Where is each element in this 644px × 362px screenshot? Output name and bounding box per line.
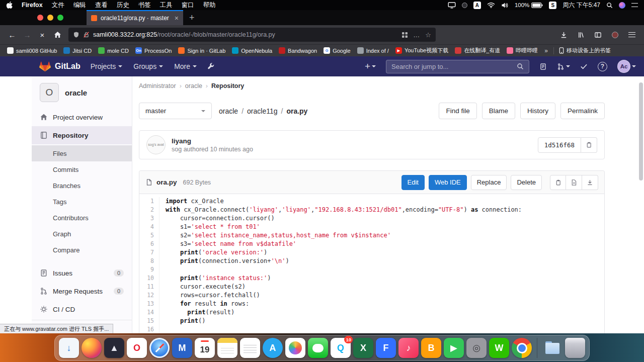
dock-chrome-icon[interactable] [512, 338, 532, 358]
sidebar-subitem-files[interactable]: Files [32, 145, 132, 161]
dock-design-app-icon[interactable]: M [172, 338, 192, 358]
menu-button[interactable] [625, 28, 639, 42]
user-menu[interactable]: Ac [617, 60, 636, 73]
stop-button[interactable]: × [35, 28, 49, 42]
bookmark-opennebula[interactable]: OpenNebula [229, 46, 275, 55]
project-header[interactable]: O oracle [32, 76, 132, 108]
bookmark-index-of[interactable]: Index of / [354, 46, 392, 55]
dock-firefox-icon[interactable] [82, 338, 102, 358]
sidebar-subitem-contributors[interactable]: Contributors [32, 210, 132, 226]
copy-sha-button[interactable] [581, 137, 597, 153]
input-method-icon[interactable]: A [473, 2, 481, 9]
sogou-input-icon[interactable]: S [549, 2, 556, 9]
tracking-shield-icon[interactable] [73, 31, 79, 38]
line-number[interactable]: 2 [139, 206, 159, 214]
menubar-clock[interactable]: 周六 下午5:47 [562, 1, 600, 10]
bookmark-sign-in-gitlab[interactable]: Sign in · GitLab [175, 46, 228, 55]
menubar-menu[interactable]: 书签 [138, 1, 151, 10]
line-number[interactable]: 11 [139, 283, 159, 291]
path-oracle11g[interactable]: oracle11g [247, 107, 277, 115]
web-ide-button[interactable]: Web IDE [429, 175, 467, 190]
dock-trash-icon[interactable] [565, 338, 585, 358]
dock-opera-icon[interactable]: O [127, 338, 147, 358]
gitlab-home-link[interactable]: GitLab [39, 61, 80, 72]
download-file-button[interactable] [582, 175, 598, 190]
extension-icon[interactable] [608, 28, 622, 42]
dock-settings-icon[interactable]: ◎ [466, 338, 487, 358]
new-tab-button[interactable]: + [183, 10, 201, 25]
admin-wrench-icon[interactable] [207, 62, 215, 70]
menubar-menu[interactable]: 历史 [117, 1, 129, 10]
open-raw-button[interactable] [566, 175, 582, 190]
breadcrumb-repository[interactable]: Repository [211, 82, 244, 89]
screen-mirroring-icon[interactable] [448, 2, 456, 9]
bookmark-star-icon[interactable]: ☆ [425, 31, 431, 39]
control-center-icon[interactable] [631, 3, 638, 7]
todos-icon[interactable] [580, 63, 588, 70]
bookmark-youtube[interactable]: ▶YouTube视频下载 [392, 46, 451, 55]
forward-button[interactable]: → [20, 28, 34, 42]
bookmark-bandwagon[interactable]: Bandwagon [276, 46, 320, 55]
commit-sha[interactable]: 1d516f68 [538, 137, 581, 153]
breadcrumb-oracle[interactable]: oracle [185, 82, 202, 89]
line-number[interactable]: 4 [139, 223, 159, 231]
gl-nav-projects[interactable]: Projects [91, 62, 123, 70]
menubar-menu[interactable]: 窗口 [182, 1, 194, 10]
sidebar-subitem-commits[interactable]: Commits [32, 161, 132, 177]
menubar-menu[interactable]: 查看 [95, 1, 108, 10]
history-button[interactable]: History [520, 103, 555, 119]
sidebar-item-project-overview[interactable]: Project overview [32, 108, 132, 126]
merge-requests-icon[interactable] [557, 63, 570, 70]
sidebar-subitem-compare[interactable]: Compare [32, 242, 132, 258]
edit-button[interactable]: Edit [401, 175, 425, 190]
url-bar[interactable]: samli008.3322.org:825/root/oracle/-/blob… [68, 28, 436, 42]
dock-notes-icon[interactable] [217, 338, 237, 358]
dock-app-store-icon[interactable]: A [263, 338, 283, 358]
line-number[interactable]: 7 [139, 248, 159, 257]
branch-selector[interactable]: master [139, 103, 212, 119]
new-menu-button[interactable]: + [365, 61, 376, 72]
status-dot-icon[interactable] [462, 3, 467, 8]
sidebar-toggle-icon[interactable] [591, 28, 605, 42]
dock-books-icon[interactable]: B [421, 338, 441, 358]
path-ora-py[interactable]: ora.py [286, 107, 307, 115]
line-number[interactable]: 10 [139, 274, 159, 283]
issues-dashboard-icon[interactable] [539, 63, 547, 70]
active-app-name[interactable]: Firefox [22, 2, 43, 9]
bookmark-mole-cd[interactable]: mole CD [95, 46, 132, 55]
window-zoom-button[interactable] [57, 15, 63, 21]
line-number[interactable]: 8 [139, 257, 159, 265]
delete-button[interactable]: Delete [511, 175, 542, 190]
sidebar-subitem-branches[interactable]: Branches [32, 177, 132, 194]
line-number[interactable]: 16 [139, 325, 159, 333]
scrollbar-thumb[interactable] [639, 82, 643, 180]
line-number[interactable]: 13 [139, 300, 159, 308]
library-icon[interactable] [574, 28, 588, 42]
sidebar-item-issues[interactable]: Issues0 [32, 264, 132, 282]
bookmark-samli008-github[interactable]: samli008 GitHub [4, 46, 60, 55]
copy-contents-button[interactable] [550, 175, 566, 190]
bookmarks-overflow-button[interactable]: » [541, 47, 551, 54]
line-number[interactable]: 5 [139, 231, 159, 240]
gl-nav-more[interactable]: More [174, 62, 197, 70]
menubar-menu[interactable]: 文件 [52, 1, 64, 10]
mobile-bookmarks-folder[interactable]: 移动设备上的书签 [556, 46, 614, 55]
bookmark-item[interactable]: 哔哩哔哩 [504, 46, 541, 55]
breadcrumb-administrator[interactable]: Administrator [139, 82, 176, 89]
dock-photos-icon[interactable] [285, 338, 305, 358]
dock-textedit-icon[interactable] [240, 338, 260, 358]
wifi-icon[interactable] [487, 2, 495, 8]
bookmark-processon[interactable]: OnProcessOn [132, 46, 175, 55]
dock-calendar-icon[interactable]: 19 [195, 338, 215, 358]
menubar-menu[interactable]: 帮助 [203, 1, 216, 10]
permalink-button[interactable]: Permalink [560, 103, 605, 119]
replace-button[interactable]: Replace [471, 175, 507, 190]
window-minimize-button[interactable] [47, 15, 53, 21]
search-input[interactable] [391, 63, 513, 70]
sidebar-subitem-graph[interactable]: Graph [32, 226, 132, 242]
sidebar-item-repository[interactable]: Repository [32, 126, 132, 144]
line-number[interactable]: 14 [139, 308, 159, 317]
menubar-menu[interactable]: 编辑 [73, 1, 86, 10]
bookmark-jitsi-cd[interactable]: Jitsi CD [60, 46, 95, 55]
dock-messages-icon[interactable] [308, 338, 328, 358]
